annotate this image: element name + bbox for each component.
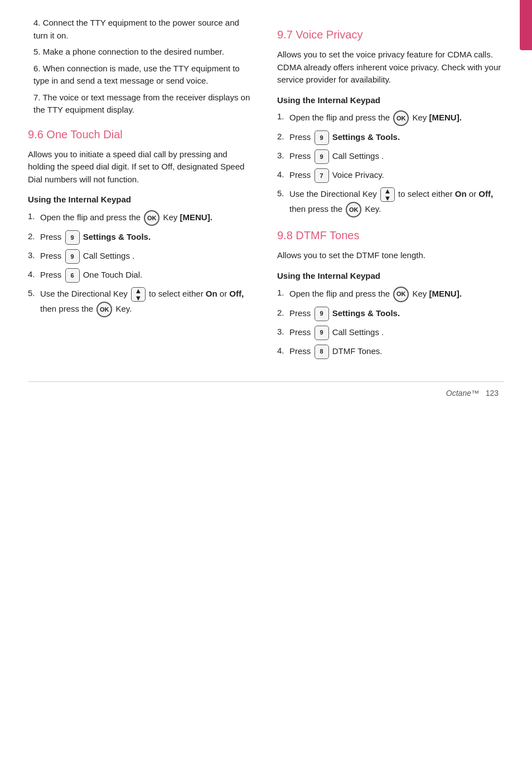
step-num: 2.	[28, 230, 40, 243]
steps-continuation: 4. Connect the TTY equipment to the powe…	[28, 17, 255, 117]
call-settings-label: Call Settings .	[332, 327, 384, 336]
step-num: 4.	[277, 345, 289, 357]
dtmf-tones-label: DTMF Tones.	[332, 346, 383, 355]
ok-key-icon: OK	[346, 202, 361, 217]
ok-key-icon: OK	[393, 110, 409, 126]
section-96-title: 9.6 One Touch Dial	[28, 127, 255, 143]
directional-key-icon: ▲ ▼	[380, 187, 395, 202]
list-item: 7. The voice or text message from the re…	[28, 91, 255, 117]
step-num: 4.	[33, 18, 43, 27]
subsection-title-96: Using the Internal Keypad	[28, 193, 255, 206]
step-content: Press 8 DTMF Tones.	[289, 345, 504, 359]
step-num: 5.	[33, 47, 43, 56]
key-9-btn: 9	[315, 149, 329, 164]
list-item: 1. Open the flip and press the OK Key [M…	[28, 210, 255, 226]
list-item: 4. Press 7 Voice Privacy.	[277, 168, 504, 183]
key-9-btn: 9	[65, 230, 80, 245]
step-content: Press 9 Call Settings .	[289, 326, 504, 340]
step-num: 5.	[277, 187, 289, 200]
call-settings-label: Call Settings .	[83, 251, 135, 260]
menu-label: [MENU].	[429, 288, 461, 298]
step-num: 7.	[33, 93, 42, 102]
step-content: Press 9 Settings & Tools.	[289, 307, 504, 321]
list-item: 4. Press 6 One Touch Dial.	[28, 268, 255, 283]
menu-label: [MENU].	[429, 113, 461, 122]
brand-name: Octane™	[446, 389, 479, 398]
step-num: 4.	[277, 168, 289, 181]
right-column: 9.7 Voice Privacy Allows you to set the …	[277, 17, 504, 365]
step-content: Press 9 Call Settings .	[40, 249, 255, 264]
list-item: 1. Open the flip and press the OK Key [M…	[277, 287, 504, 302]
step-num: 1.	[277, 287, 289, 299]
steps-97: 1. Open the flip and press the OK Key [M…	[277, 110, 504, 217]
step-num: 2.	[277, 307, 289, 319]
page-number: 123	[486, 389, 499, 398]
section-98-title: 9.8 DTMF Tones	[277, 227, 504, 244]
section-96-intro: Allows you to initiate a speed dial call…	[28, 148, 255, 186]
step-content: Open the flip and press the OK Key [MENU…	[289, 110, 504, 126]
step-num: 2.	[277, 130, 289, 143]
settings-tools-label: Settings & Tools.	[83, 232, 151, 241]
down-arrow: ▼	[384, 195, 391, 202]
key-9-btn: 9	[315, 326, 329, 340]
list-item: 1. Open the flip and press the OK Key [M…	[277, 110, 504, 126]
step-num: 3.	[28, 249, 40, 262]
list-item: 3. Press 9 Call Settings .	[277, 326, 504, 340]
page: 4. Connect the TTY equipment to the powe…	[0, 0, 532, 765]
off-label: Off,	[229, 289, 244, 298]
menu-label: [MENU].	[180, 212, 212, 222]
call-settings-label: Call Settings .	[332, 151, 384, 161]
step-content: Use the Directional Key ▲ ▼ to select ei…	[289, 187, 504, 217]
step-content: Press 7 Voice Privacy.	[289, 168, 504, 183]
step-content: Press 9 Settings & Tools.	[40, 230, 255, 245]
list-item: 2. Press 9 Settings & Tools.	[277, 307, 504, 321]
list-item: 4. Press 8 DTMF Tones.	[277, 345, 504, 359]
settings-tools-label: Settings & Tools.	[332, 132, 400, 142]
list-item: 5. Make a phone connection to the desire…	[28, 46, 255, 59]
step-content: Open the flip and press the OK Key [MENU…	[40, 210, 255, 226]
step-num: 4.	[28, 268, 40, 281]
directional-key-icon: ▲ ▼	[131, 287, 146, 302]
key-6-btn: 6	[65, 268, 80, 283]
key-8-btn: 8	[315, 345, 329, 359]
footer: Octane™ 123	[28, 388, 504, 399]
key-9-btn: 9	[315, 130, 329, 145]
list-item: 4. Connect the TTY equipment to the powe…	[28, 17, 255, 42]
subsection-title-98: Using the Internal Keypad	[277, 270, 504, 282]
list-item: 5. Use the Directional Key ▲ ▼ to select…	[28, 287, 255, 317]
footer-brand: Octane™ 123	[446, 388, 499, 399]
key-9-btn: 9	[315, 307, 329, 321]
footer-divider	[28, 381, 504, 382]
steps-98: 1. Open the flip and press the OK Key [M…	[277, 287, 504, 359]
list-item: 5. Use the Directional Key ▲ ▼ to select…	[277, 187, 504, 217]
section-97-intro: Allows you to set the voice privacy feat…	[277, 49, 504, 86]
up-arrow: ▲	[134, 287, 142, 294]
on-label: On	[206, 289, 217, 298]
section-98-intro: Allows you to set the DTMF tone length.	[277, 249, 504, 262]
off-label: Off,	[478, 189, 493, 198]
step-num: 6.	[33, 64, 43, 73]
step-content: Press 9 Call Settings .	[289, 149, 504, 164]
list-item: 3. Press 9 Call Settings .	[28, 249, 255, 264]
on-label: On	[455, 189, 467, 198]
corner-tab	[520, 0, 532, 50]
step-content: Use the Directional Key ▲ ▼ to select ei…	[40, 287, 255, 317]
list-item: 3. Press 9 Call Settings .	[277, 149, 504, 164]
list-item: 6. When connection is made, use the TTY …	[28, 62, 255, 88]
left-column: 4. Connect the TTY equipment to the powe…	[28, 17, 255, 365]
step-content: Press 9 Settings & Tools.	[289, 130, 504, 145]
section-97-title: 9.7 Voice Privacy	[277, 27, 504, 43]
step-content: Press 6 One Touch Dial.	[40, 268, 255, 283]
step-num: 1.	[277, 110, 289, 123]
step-num: 3.	[277, 326, 289, 338]
one-touch-dial-label: One Touch Dial.	[83, 270, 142, 279]
steps-96: 1. Open the flip and press the OK Key [M…	[28, 210, 255, 317]
key-9-btn: 9	[65, 249, 80, 264]
key-7-btn: 7	[315, 168, 329, 183]
settings-tools-label: Settings & Tools.	[332, 308, 400, 317]
ok-key-icon: OK	[393, 287, 409, 302]
two-column-layout: 4. Connect the TTY equipment to the powe…	[28, 17, 504, 365]
subsection-title-97: Using the Internal Keypad	[277, 94, 504, 106]
step-num: 3.	[277, 149, 289, 162]
step-num: 1.	[28, 210, 40, 223]
